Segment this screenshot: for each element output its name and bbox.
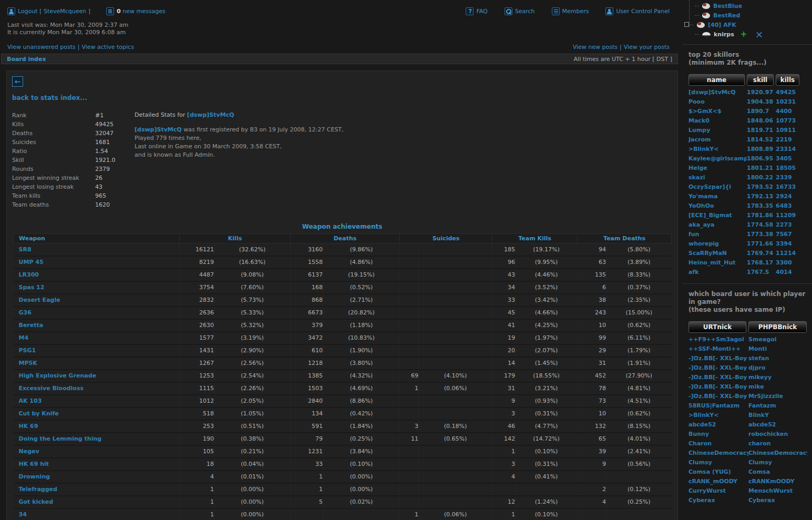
skillor-name[interactable]: whorepig bbox=[688, 239, 747, 249]
phpbb-nick[interactable]: charon bbox=[748, 439, 807, 448]
weapon-link[interactable]: MP5K bbox=[19, 360, 37, 366]
weapon-link[interactable]: M4 bbox=[19, 334, 29, 341]
skillor-name[interactable]: Heino_mit_Hut bbox=[688, 258, 747, 268]
header-urtnick[interactable]: URTnick bbox=[688, 321, 746, 333]
logout-link[interactable]: Logout [ SteveMcqueen ] bbox=[18, 8, 90, 15]
phpbb-nick[interactable]: abcde52 bbox=[748, 420, 807, 430]
header-name[interactable]: name bbox=[688, 74, 745, 86]
weapon-link[interactable]: 34 bbox=[19, 511, 27, 518]
phpbb-nick[interactable]: BlinkY bbox=[748, 411, 807, 420]
phpbb-nick[interactable]: Fantazm bbox=[748, 401, 807, 411]
phpbb-nick[interactable]: mikeyy bbox=[748, 373, 807, 382]
skillor-name[interactable]: ScaRRyMaN bbox=[688, 249, 747, 258]
members-link[interactable]: Members bbox=[562, 8, 589, 15]
skillor-name[interactable]: [ECE]_Bigmat bbox=[688, 211, 747, 220]
weapon-link[interactable]: High Explosive Grenade bbox=[19, 372, 97, 379]
tree-expand-box[interactable] bbox=[684, 22, 689, 27]
weapon-link[interactable]: Beretta bbox=[19, 322, 44, 329]
skillor-name[interactable]: $>GmX<$ bbox=[688, 107, 747, 116]
weapon-link[interactable]: HK 69 bbox=[19, 423, 38, 430]
weapon-link[interactable]: Desert Eagle bbox=[19, 297, 60, 303]
weapon-link[interactable]: LR300 bbox=[19, 271, 39, 278]
view-unanswered-link[interactable]: View unanswered posts bbox=[7, 44, 76, 50]
weapon-link[interactable]: HK 69 hit bbox=[19, 461, 49, 467]
player-name-link[interactable]: [dswp]StvMcQ bbox=[187, 111, 234, 118]
skillor-name[interactable]: skazi bbox=[688, 173, 747, 182]
skillor-name[interactable]: Lumpy bbox=[688, 126, 747, 135]
header-kills[interactable]: kills bbox=[776, 74, 799, 86]
phpbb-nick[interactable]: MenschWurst bbox=[748, 486, 807, 496]
skillor-name[interactable]: afk bbox=[688, 268, 747, 277]
crossed-swords-icon[interactable] bbox=[755, 31, 763, 38]
urt-nick[interactable]: CurryWurst bbox=[688, 486, 748, 496]
phpbb-nick[interactable]: Cyberax bbox=[748, 496, 807, 505]
user-control-panel-link[interactable]: User Control Panel bbox=[616, 8, 670, 15]
urt-nick[interactable]: Clumsy bbox=[688, 458, 748, 467]
header-phpbbnick[interactable]: PHPBBnick bbox=[748, 321, 807, 333]
weapon-link[interactable]: Got kicked bbox=[19, 498, 54, 505]
player-link[interactable]: [40] AFK bbox=[708, 22, 736, 28]
phpbb-nick[interactable]: Clumsy bbox=[748, 458, 807, 467]
urt-nick[interactable]: -]Oz.BB[- XXL-Boy bbox=[688, 392, 748, 401]
back-arrow-button[interactable]: ← bbox=[12, 76, 23, 87]
board-index-link[interactable]: Board index bbox=[7, 56, 46, 63]
skillor-name[interactable]: OczySzpar]{i bbox=[688, 182, 747, 192]
urt-nick[interactable]: Cyberax bbox=[688, 496, 748, 505]
player-link[interactable]: knirps bbox=[714, 31, 734, 38]
weapon-link[interactable]: Negev bbox=[19, 448, 39, 455]
weapon-link[interactable]: G36 bbox=[19, 309, 32, 316]
phpbb-nick[interactable]: ChineseDemocracy bbox=[748, 448, 807, 458]
phpbb-nick[interactable]: djpro bbox=[748, 363, 807, 373]
phpbb-nick[interactable]: Comsa bbox=[748, 467, 807, 477]
player-link[interactable]: BestRed bbox=[713, 12, 740, 19]
urt-nick[interactable]: -]Oz.BB[- XXL-Boy bbox=[688, 382, 748, 392]
phpbb-nick[interactable]: cRANKmOODY bbox=[748, 477, 807, 486]
weapon-link[interactable]: PSG1 bbox=[19, 347, 36, 354]
add-player-icon[interactable]: + bbox=[741, 32, 747, 37]
urt-nick[interactable]: ++SSF-Monti++ bbox=[688, 344, 748, 354]
back-to-stats-link[interactable]: back to stats index... bbox=[12, 94, 674, 101]
view-new-link[interactable]: View new posts bbox=[573, 44, 618, 50]
header-skill[interactable]: skill bbox=[747, 74, 774, 86]
phpbb-nick[interactable]: robochicken bbox=[748, 430, 807, 439]
skillor-name[interactable]: Pooo bbox=[688, 97, 747, 107]
urt-nick[interactable]: 58RUS|Fantazm bbox=[688, 401, 748, 411]
skillor-name[interactable]: YoOhOo bbox=[688, 201, 747, 211]
urt-nick[interactable]: >BlinkY< bbox=[688, 411, 748, 420]
urt-nick[interactable]: Charon bbox=[688, 439, 748, 448]
phpbb-nick[interactable]: Monti bbox=[748, 344, 807, 354]
phpbb-nick[interactable]: stefan bbox=[748, 354, 807, 363]
weapon-link[interactable]: Cut by Knife bbox=[19, 410, 59, 417]
weapon-link[interactable]: Spas 12 bbox=[19, 284, 45, 291]
urt-nick[interactable]: ChineseDemocracy bbox=[688, 448, 748, 458]
urt-nick[interactable]: abcde52 bbox=[688, 420, 748, 430]
urt-nick[interactable]: -]Oz.BB[- XXL-Boy bbox=[688, 373, 748, 382]
urt-nick[interactable]: -]Oz.BB[- XXL-Boy bbox=[688, 354, 748, 363]
player-link[interactable]: BestBlue bbox=[713, 3, 742, 9]
skillor-name[interactable]: >BlinkY< bbox=[688, 145, 747, 154]
urt-nick[interactable]: Bunny bbox=[688, 430, 748, 439]
skillor-name[interactable]: fun bbox=[688, 230, 747, 239]
weapon-link[interactable]: UMP 45 bbox=[19, 259, 44, 266]
view-active-link[interactable]: View active topics bbox=[81, 44, 133, 50]
faq-link[interactable]: FAQ bbox=[476, 8, 487, 15]
search-link[interactable]: Search bbox=[515, 8, 535, 15]
skillor-name[interactable]: Jacrom bbox=[688, 135, 747, 145]
skillor-name[interactable]: Helge bbox=[688, 164, 747, 173]
weapon-link[interactable]: AK 103 bbox=[19, 397, 42, 404]
weapon-link[interactable]: Telefragged bbox=[19, 486, 57, 493]
urt-nick[interactable]: -]Oz.BB[- XXL-Boy bbox=[688, 363, 748, 373]
urt-nick[interactable]: Comsa (YUG) bbox=[688, 467, 748, 477]
skillor-name[interactable]: Mack0 bbox=[688, 116, 747, 126]
weapon-link[interactable]: Excessive Bloodloss bbox=[19, 385, 84, 392]
urt-nick[interactable]: cRANK_mOODY bbox=[688, 477, 748, 486]
skillor-name[interactable]: Yo'mama bbox=[688, 192, 747, 201]
weapon-link[interactable]: SR8 bbox=[19, 246, 32, 253]
phpbb-nick[interactable]: Smeagol bbox=[748, 335, 807, 344]
view-your-link[interactable]: View your posts bbox=[624, 44, 670, 50]
player-name-link[interactable]: [dswp]StvMcQ bbox=[135, 126, 182, 133]
new-messages-link[interactable]: 0 new messages bbox=[117, 8, 166, 15]
phpbb-nick[interactable]: mike bbox=[748, 382, 807, 392]
skillor-name[interactable]: Kaylee@girlscamp bbox=[688, 154, 747, 164]
skillor-name[interactable]: aka_aya bbox=[688, 220, 747, 230]
